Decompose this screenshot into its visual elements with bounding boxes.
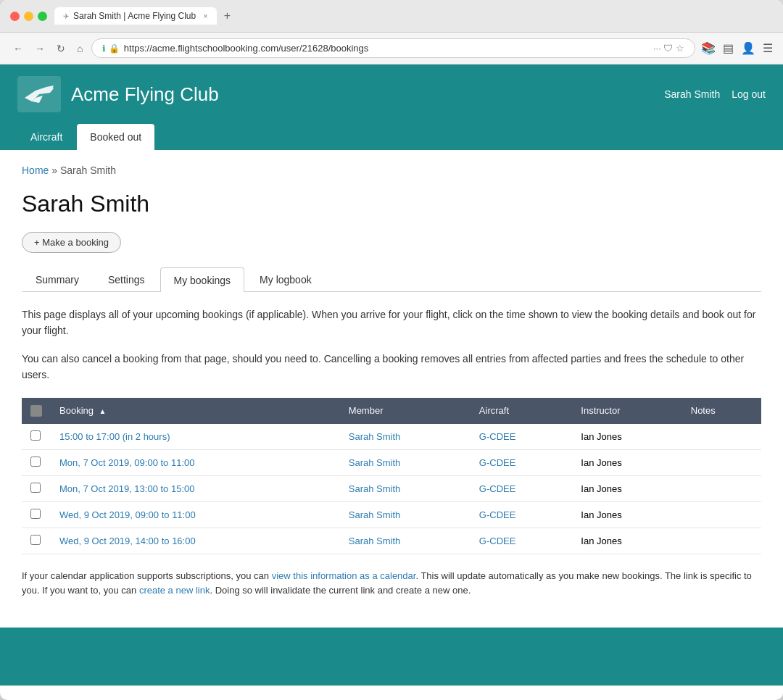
close-traffic-light[interactable]	[10, 12, 20, 21]
active-browser-tab[interactable]: ✈ Sarah Smith | Acme Flying Club ×	[54, 7, 217, 25]
row-instructor-3: Ian Jones	[572, 501, 682, 528]
row-notes-1	[682, 449, 761, 475]
row-aircraft-0: G-CDEE	[471, 424, 572, 450]
row-instructor-1: Ian Jones	[572, 449, 682, 475]
booking-link-4[interactable]: Wed, 9 Oct 2019, 14:00 to 16:00	[59, 536, 196, 546]
row-notes-0	[682, 424, 761, 450]
row-member-1: Sarah Smith	[340, 449, 471, 475]
booking-link-0[interactable]: 15:00 to 17:00 (in 2 hours)	[59, 431, 170, 442]
row-booking-4: Wed, 9 Oct 2019, 14:00 to 16:00	[51, 528, 340, 554]
aircraft-link-2[interactable]: G-CDEE	[479, 483, 516, 494]
footer-suffix: . Doing so will invalidate the current l…	[210, 585, 471, 596]
browser-titlebar: ✈ Sarah Smith | Acme Flying Club × +	[0, 0, 783, 33]
tab-settings[interactable]: Settings	[94, 267, 159, 291]
table-row: Wed, 9 Oct 2019, 09:00 to 11:00 Sarah Sm…	[22, 501, 761, 528]
table-header-instructor[interactable]: Instructor	[572, 398, 682, 424]
breadcrumb-current: Sarah Smith	[60, 164, 116, 176]
nav-tab-aircraft[interactable]: Aircraft	[17, 124, 75, 150]
make-booking-button[interactable]: + Make a booking	[22, 232, 121, 253]
row-booking-2: Mon, 7 Oct 2019, 13:00 to 15:00	[51, 475, 340, 501]
row-checkbox-1[interactable]	[30, 457, 41, 467]
url-bar[interactable]: ℹ 🔒 https://acme.flightschoolbooking.com…	[91, 38, 695, 58]
row-checkbox-cell	[22, 424, 51, 450]
row-checkbox-cell	[22, 449, 51, 475]
table-row: Mon, 7 Oct 2019, 13:00 to 15:00 Sarah Sm…	[22, 475, 761, 501]
table-row: Mon, 7 Oct 2019, 09:00 to 11:00 Sarah Sm…	[22, 449, 761, 475]
page-title: Sarah Smith	[22, 191, 761, 217]
url-actions: ··· 🛡 ☆	[653, 43, 684, 54]
tab-favicon-icon: ✈	[63, 12, 69, 20]
table-row: 15:00 to 17:00 (in 2 hours) Sarah Smith …	[22, 424, 761, 450]
aircraft-link-4[interactable]: G-CDEE	[479, 536, 516, 546]
nav-tabs: Aircraft Booked out	[0, 124, 783, 150]
maximize-traffic-light[interactable]	[38, 12, 47, 21]
row-checkbox-4[interactable]	[30, 535, 41, 545]
tab-bar: ✈ Sarah Smith | Acme Flying Club × +	[54, 7, 773, 25]
minimize-traffic-light[interactable]	[24, 12, 33, 21]
breadcrumb: Home » Sarah Smith	[22, 164, 761, 176]
site-header: Acme Flying Club Sarah Smith Log out	[0, 64, 783, 124]
member-link-2[interactable]: Sarah Smith	[349, 483, 401, 494]
home-button[interactable]: ⌂	[74, 41, 86, 56]
tab-my-logbook[interactable]: My logbook	[246, 267, 326, 291]
main-content: Home » Sarah Smith Sarah Smith + Make a …	[0, 150, 783, 628]
member-link-3[interactable]: Sarah Smith	[349, 509, 401, 520]
row-notes-2	[682, 475, 761, 501]
new-tab-button[interactable]: +	[220, 8, 235, 24]
header-nav: Sarah Smith Log out	[664, 88, 766, 100]
table-header-row: Booking ▲ Member Aircraft Instructor Not…	[22, 398, 761, 424]
profile-icon: 👤	[741, 41, 755, 55]
row-notes-4	[682, 528, 761, 554]
aircraft-link-3[interactable]: G-CDEE	[479, 509, 516, 520]
booking-link-1[interactable]: Mon, 7 Oct 2019, 09:00 to 11:00	[59, 457, 194, 468]
row-aircraft-2: G-CDEE	[471, 475, 572, 501]
reload-button[interactable]: ↻	[54, 41, 68, 56]
calendar-link[interactable]: view this information as a calendar	[272, 570, 416, 581]
member-link-4[interactable]: Sarah Smith	[349, 536, 401, 546]
row-checkbox-2[interactable]	[30, 483, 41, 493]
row-checkbox-cell	[22, 501, 51, 528]
address-bar: ← → ↻ ⌂ ℹ 🔒 https://acme.flightschoolboo…	[0, 33, 783, 64]
row-instructor-0: Ian Jones	[572, 424, 682, 450]
member-link-0[interactable]: Sarah Smith	[349, 431, 401, 442]
booking-link-2[interactable]: Mon, 7 Oct 2019, 13:00 to 15:00	[59, 483, 194, 494]
table-row: Wed, 9 Oct 2019, 14:00 to 16:00 Sarah Sm…	[22, 528, 761, 554]
row-checkbox-cell	[22, 528, 51, 554]
browser-extras: 📚 ▤ 👤 ☰	[701, 41, 773, 55]
table-header-aircraft[interactable]: Aircraft	[471, 398, 572, 424]
breadcrumb-home-link[interactable]: Home	[22, 164, 49, 176]
row-aircraft-4: G-CDEE	[471, 528, 572, 554]
row-aircraft-3: G-CDEE	[471, 501, 572, 528]
select-all-checkbox[interactable]	[30, 405, 42, 417]
forward-button[interactable]: →	[32, 41, 48, 56]
row-instructor-4: Ian Jones	[572, 528, 682, 554]
new-link[interactable]: create a new link	[139, 585, 210, 596]
row-notes-3	[682, 501, 761, 528]
row-checkbox-cell	[22, 475, 51, 501]
booking-link-3[interactable]: Wed, 9 Oct 2019, 09:00 to 11:00	[59, 509, 196, 520]
member-link-1[interactable]: Sarah Smith	[349, 457, 401, 468]
browser-window: ✈ Sarah Smith | Acme Flying Club × + ← →…	[0, 0, 783, 700]
row-instructor-2: Ian Jones	[572, 475, 682, 501]
aircraft-link-1[interactable]: G-CDEE	[479, 457, 516, 468]
nav-tab-booked-out[interactable]: Booked out	[77, 124, 154, 150]
page-tabs: Summary Settings My bookings My logbook	[22, 267, 761, 292]
site-footer	[0, 628, 783, 686]
row-aircraft-1: G-CDEE	[471, 449, 572, 475]
menu-icon: ☰	[763, 41, 773, 55]
tab-summary[interactable]: Summary	[22, 267, 93, 291]
sort-arrow-icon: ▲	[99, 407, 107, 415]
table-header-booking[interactable]: Booking ▲	[51, 398, 340, 424]
table-header-member[interactable]: Member	[340, 398, 471, 424]
tab-my-bookings[interactable]: My bookings	[160, 267, 245, 292]
row-checkbox-3[interactable]	[30, 509, 41, 519]
table-header-notes[interactable]: Notes	[682, 398, 761, 424]
row-checkbox-0[interactable]	[30, 430, 41, 441]
aircraft-link-0[interactable]: G-CDEE	[479, 431, 516, 442]
tab-close-button[interactable]: ×	[203, 12, 207, 20]
site-title: Acme Flying Club	[71, 83, 219, 106]
logout-button[interactable]: Log out	[732, 88, 766, 100]
security-lock-icon: ℹ 🔒	[102, 43, 119, 54]
back-button[interactable]: ←	[10, 41, 26, 56]
description-1: This page displays all of your upcoming …	[22, 307, 761, 339]
